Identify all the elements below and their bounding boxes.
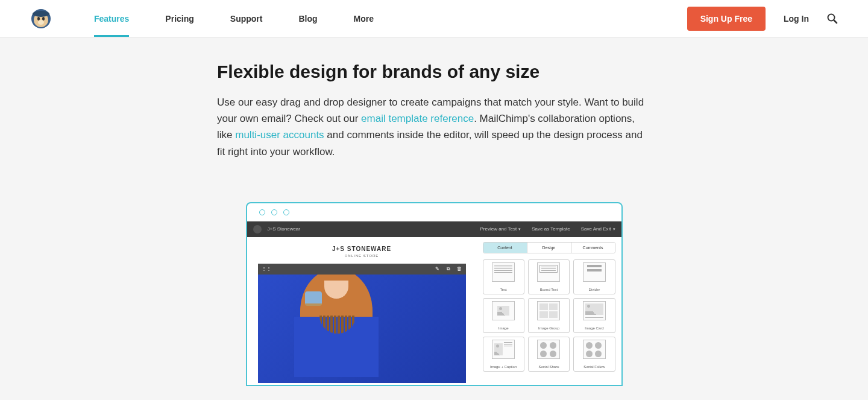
main-header: Features Pricing Support Blog More Sign … xyxy=(0,0,868,37)
login-link[interactable]: Log In xyxy=(784,14,809,24)
nav-support[interactable]: Support xyxy=(230,1,263,37)
chrome-dot-icon xyxy=(271,209,277,215)
search-icon[interactable] xyxy=(827,13,838,24)
mock-block-image-group: Image Group xyxy=(528,298,570,333)
mock-block-image-card: Image Card xyxy=(573,298,615,333)
mock-block-divider: Divider xyxy=(573,259,615,294)
mock-block-label: Text xyxy=(500,288,507,291)
mock-block-social-share: Social Share xyxy=(528,337,570,372)
mock-block-boxed-text: Boxed Text xyxy=(528,259,570,294)
mock-tab-design: Design xyxy=(527,243,571,253)
drag-handle-icon: ⋮⋮ xyxy=(262,266,271,271)
svg-point-3 xyxy=(42,17,45,21)
edit-icon: ✎ xyxy=(435,266,441,272)
svg-line-7 xyxy=(834,20,837,23)
chrome-dot-icon xyxy=(283,209,289,215)
mock-block-label: Image Card xyxy=(585,326,603,330)
duplicate-icon: ⧉ xyxy=(445,266,451,272)
mock-sidebar: Content Design Comments Text Boxed Text xyxy=(477,237,621,385)
svg-point-2 xyxy=(37,17,40,21)
mock-block-label: Image xyxy=(498,326,509,330)
mock-app: J+S Stonewear Preview and Test▾ Save as … xyxy=(247,221,621,385)
mock-block-grid: Text Boxed Text Divider Image xyxy=(483,259,615,372)
nav-blog[interactable]: Blog xyxy=(298,1,317,37)
section-body: Use our easy drag and drop designer to c… xyxy=(217,94,651,160)
multi-user-accounts-link[interactable]: multi-user accounts xyxy=(235,129,324,141)
mock-tab-comments: Comments xyxy=(571,243,615,253)
mailchimp-logo[interactable] xyxy=(30,8,52,30)
mock-tab-content: Content xyxy=(483,243,527,253)
section-heading: Flexible design for brands of any size xyxy=(217,62,651,82)
header-actions: Sign Up Free Log In xyxy=(687,7,838,31)
mock-block-text: Text xyxy=(483,259,524,294)
window-chrome xyxy=(247,203,621,221)
mock-preview-link: Preview and Test▾ xyxy=(480,226,521,232)
email-template-reference-link[interactable]: email template reference xyxy=(361,113,474,124)
mock-store-name: J+S STONEWARE xyxy=(332,246,391,252)
mock-browser-window: J+S Stonewear Preview and Test▾ Save as … xyxy=(246,202,623,386)
mock-topbar: J+S Stonewear Preview and Test▾ Save as … xyxy=(247,221,621,237)
mock-block-label: Divider xyxy=(588,288,600,291)
mock-image-toolbar: ⋮⋮ ✎ ⧉ 🗑 xyxy=(258,264,466,275)
mock-save-exit-link: Save And Exit▾ xyxy=(581,226,615,232)
mock-photo xyxy=(258,275,466,383)
main-nav: Features Pricing Support Blog More xyxy=(94,1,687,37)
mock-save-template-link: Save as Template xyxy=(532,226,570,232)
nav-features[interactable]: Features xyxy=(94,1,129,37)
svg-point-4 xyxy=(38,20,44,25)
mock-canvas: J+S STONEWARE ONLINE STORE ⋮⋮ ✎ ⧉ 🗑 xyxy=(247,237,477,385)
mock-tabs: Content Design Comments xyxy=(483,242,615,253)
mock-block-label: Image Group xyxy=(538,326,559,330)
mock-block-label: Social Share xyxy=(538,365,559,369)
trash-icon: 🗑 xyxy=(456,266,462,272)
mock-image-block: ⋮⋮ ✎ ⧉ 🗑 xyxy=(258,264,466,383)
mock-block-social-follow: Social Follow xyxy=(573,337,615,372)
mock-brand-name: J+S Stonewear xyxy=(268,226,300,232)
svg-point-5 xyxy=(33,11,49,17)
mock-block-image-caption: Image + Caption xyxy=(483,337,524,372)
chrome-dot-icon xyxy=(259,209,265,215)
mock-block-image: Image xyxy=(483,298,524,333)
nav-pricing[interactable]: Pricing xyxy=(165,1,193,37)
signup-button[interactable]: Sign Up Free xyxy=(687,7,766,31)
mock-block-label: Image + Caption xyxy=(490,365,517,369)
mock-block-label: Boxed Text xyxy=(540,288,558,291)
chevron-down-icon: ▾ xyxy=(518,227,521,232)
nav-more[interactable]: More xyxy=(354,1,374,37)
mock-store-subtitle: ONLINE STORE xyxy=(345,254,379,258)
main-content: Flexible design for brands of any size U… xyxy=(0,37,868,386)
mock-mini-logo-icon xyxy=(253,225,262,233)
chevron-down-icon: ▾ xyxy=(613,227,615,232)
mock-block-label: Social Follow xyxy=(583,365,605,369)
